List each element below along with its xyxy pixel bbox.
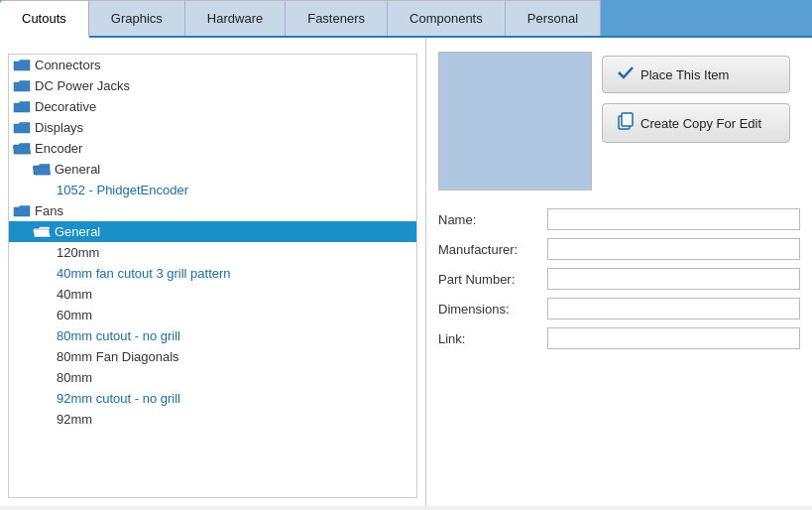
folder-closed-icon: [13, 121, 31, 135]
copy-button[interactable]: Create Copy For Edit: [602, 103, 790, 143]
preview-buttons: Place This Item Create Copy For Edit: [602, 52, 790, 191]
preview-area: Place This Item Create Copy For Edit: [438, 52, 800, 191]
detail-input-name[interactable]: [547, 208, 800, 230]
tree-item-fans[interactable]: Fans: [9, 200, 416, 221]
tab-cutouts[interactable]: Cutouts: [0, 0, 89, 38]
detail-input-dimensions[interactable]: [547, 298, 800, 319]
folder-closed-icon: [13, 100, 31, 114]
check-icon: [617, 64, 635, 84]
tree-item-decorative[interactable]: Decorative: [9, 96, 416, 117]
tree-item-displays[interactable]: Displays: [9, 117, 416, 138]
tree-item-120mm[interactable]: 120mm: [9, 242, 416, 263]
tab-bar: CutoutsGraphicsHardwareFastenersComponen…: [0, 0, 812, 38]
copy-button-label: Create Copy For Edit: [640, 116, 761, 131]
tree-item-92mm-no-grill[interactable]: 92mm cutout - no grill: [9, 388, 416, 409]
tree-item-general-encoder[interactable]: General: [9, 159, 416, 180]
details-fields: Name:Manufacturer:Part Number:Dimensions…: [438, 208, 800, 357]
tab-fasteners[interactable]: Fasteners: [286, 0, 388, 36]
detail-input-link[interactable]: [547, 327, 800, 349]
detail-label-link: Link:: [438, 331, 547, 346]
tab-components[interactable]: Components: [388, 0, 506, 36]
detail-label-manufacturer: Manufacturer:: [438, 242, 547, 257]
detail-label-part-number: Part Number:: [438, 272, 547, 287]
folder-closed-icon: [13, 59, 31, 72]
folder-open-icon: [13, 142, 31, 156]
tree-item-40mm[interactable]: 40mm: [9, 284, 416, 305]
tree-item-general-fans[interactable]: General: [9, 221, 416, 242]
tree-item-40mm-grill[interactable]: 40mm fan cutout 3 grill pattern: [9, 263, 416, 284]
tree-item-92mm[interactable]: 92mm: [9, 409, 416, 430]
preview-image: [438, 52, 592, 191]
detail-row-dimensions: Dimensions:: [438, 298, 800, 319]
detail-input-part-number[interactable]: [547, 268, 800, 290]
tree-item-60mm[interactable]: 60mm: [9, 305, 416, 325]
tree-item-80mm-no-grill[interactable]: 80mm cutout - no grill: [9, 325, 416, 346]
detail-row-link: Link:: [438, 327, 800, 349]
tree-label-fans: Fans: [35, 203, 63, 218]
detail-input-manufacturer[interactable]: [547, 238, 800, 260]
tab-personal[interactable]: Personal: [506, 0, 601, 36]
detail-label-name: Name:: [438, 212, 547, 227]
common-cutouts-title: [0, 38, 425, 54]
tree-item-connectors[interactable]: Connectors: [9, 55, 416, 75]
folder-open-icon: [33, 163, 51, 177]
detail-row-part-number: Part Number:: [438, 268, 800, 290]
detail-row-manufacturer: Manufacturer:: [438, 238, 800, 260]
tree-label-displays: Displays: [35, 120, 83, 135]
place-button-label: Place This Item: [640, 67, 729, 82]
tree-label-80mm-no-grill: 80mm cutout - no grill: [57, 328, 180, 343]
tree-item-phidget[interactable]: 1052 - PhidgetEncoder: [9, 180, 416, 200]
tree-label-dc-power: DC Power Jacks: [35, 78, 130, 93]
tree-label-92mm: 92mm: [57, 412, 92, 427]
folder-open-icon: [33, 225, 51, 239]
main-content: Connectors DC Power Jacks Decorative Dis…: [0, 38, 812, 506]
tab-graphics[interactable]: Graphics: [89, 0, 185, 36]
left-panel: Connectors DC Power Jacks Decorative Dis…: [0, 38, 426, 506]
tree-item-dc-power[interactable]: DC Power Jacks: [9, 75, 416, 96]
folder-closed-icon: [13, 204, 31, 218]
tree-item-encoder[interactable]: Encoder: [9, 138, 416, 159]
right-panel: Place This Item Create Copy For Edit Nam…: [426, 38, 812, 506]
tree-item-80mm-diagonals[interactable]: 80mm Fan Diagonals: [9, 346, 416, 367]
tree-item-80mm[interactable]: 80mm: [9, 367, 416, 388]
tree-label-connectors: Connectors: [35, 58, 100, 72]
tree-label-phidget: 1052 - PhidgetEncoder: [57, 183, 188, 197]
tree-label-40mm: 40mm: [57, 287, 92, 302]
tree-label-60mm: 60mm: [57, 308, 92, 322]
tree-label-40mm-grill: 40mm fan cutout 3 grill pattern: [57, 266, 231, 281]
tree-label-80mm-diagonals: 80mm Fan Diagonals: [57, 349, 179, 364]
tree-label-decorative: Decorative: [35, 99, 96, 114]
place-button[interactable]: Place This Item: [602, 56, 790, 93]
tree-label-80mm: 80mm: [57, 370, 92, 385]
detail-row-name: Name:: [438, 208, 800, 230]
tab-hardware[interactable]: Hardware: [185, 0, 286, 36]
tree-label-general-fans: General: [55, 224, 100, 239]
tree-label-general-encoder: General: [55, 162, 100, 177]
detail-label-dimensions: Dimensions:: [438, 302, 547, 317]
copy-icon: [617, 112, 635, 134]
svg-rect-1: [622, 113, 633, 126]
tree-label-92mm-no-grill: 92mm cutout - no grill: [57, 391, 180, 406]
tree-container[interactable]: Connectors DC Power Jacks Decorative Dis…: [8, 54, 417, 498]
tree-label-120mm: 120mm: [57, 245, 99, 260]
tree-label-encoder: Encoder: [35, 141, 82, 156]
folder-closed-icon: [13, 79, 31, 93]
